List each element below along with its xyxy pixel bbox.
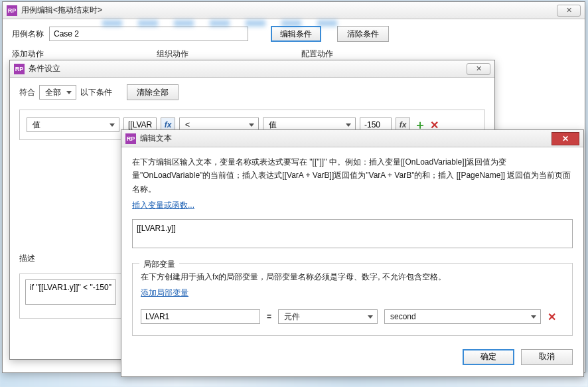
- local-var-scope-dropdown[interactable]: 元件: [278, 309, 378, 324]
- case-name-input[interactable]: [49, 27, 248, 41]
- edit-text-intro: 在下方编辑区输入文本，变量名称或表达式要写在 "[["]]" 中。例如：插入变量…: [132, 155, 573, 196]
- condition-titlebar: RP 条件设立 ✕: [10, 60, 494, 78]
- chevron-down-icon: [110, 123, 115, 127]
- insert-var-link[interactable]: 插入变量或函数...: [132, 198, 194, 212]
- edit-text-window: RP 编辑文本 ✕ 在下方编辑区输入文本，变量名称或表达式要写在 "[["]]"…: [121, 129, 584, 377]
- local-var-row: = 元件 second ✕: [141, 308, 564, 326]
- local-vars-fieldset: 局部变量 在下方创建用于插入fx的局部变量，局部变量名称必须是字母、数字, 不允…: [132, 263, 573, 336]
- section-organize-actions: 组织动作: [157, 48, 188, 60]
- section-configure-actions: 配置动作: [301, 48, 333, 60]
- case-editor-close-button[interactable]: ✕: [557, 5, 581, 17]
- add-local-var-link[interactable]: 添加局部变量: [141, 286, 188, 299]
- edit-condition-button[interactable]: 编辑条件: [271, 26, 321, 42]
- description-text: if "[[LVAR1.y]]" < "-150": [25, 279, 116, 305]
- chevron-down-icon: [368, 315, 373, 319]
- edit-text-close-button[interactable]: ✕: [551, 132, 579, 145]
- condition-close-button[interactable]: ✕: [467, 63, 490, 75]
- app-icon: RP: [125, 133, 136, 144]
- close-icon: ✕: [476, 64, 482, 73]
- clear-all-button[interactable]: 清除全部: [127, 84, 179, 100]
- cancel-button[interactable]: 取消: [521, 349, 573, 365]
- close-icon: ✕: [566, 6, 572, 15]
- chevron-down-icon: [346, 123, 351, 127]
- description-box: if "[[LVAR1.y]]" < "-150": [19, 273, 122, 319]
- edit-text-title: 编辑文本: [140, 133, 172, 144]
- left-type-dropdown[interactable]: 值: [27, 117, 119, 132]
- ok-button[interactable]: 确定: [463, 349, 514, 365]
- section-add-actions: 添加动作: [12, 48, 44, 60]
- case-name-label: 用例名称: [12, 29, 44, 40]
- delete-local-var-button[interactable]: ✕: [548, 308, 556, 326]
- match-label: 符合: [19, 87, 35, 98]
- case-editor-title: 用例编辑<拖动结束时>: [21, 5, 102, 16]
- close-icon: ✕: [562, 134, 569, 143]
- chevron-down-icon: [66, 91, 72, 94]
- app-icon: RP: [7, 5, 17, 16]
- local-vars-intro: 在下方创建用于插入fx的局部变量，局部变量名称必须是字母、数字, 不允许包含空格…: [141, 270, 564, 283]
- condition-title: 条件设立: [29, 63, 60, 74]
- chevron-down-icon: [249, 123, 254, 127]
- chevron-down-icon: [531, 315, 536, 319]
- clear-condition-button[interactable]: 清除条件: [337, 26, 389, 42]
- match-mode-dropdown[interactable]: 全部: [39, 85, 76, 100]
- local-var-target-dropdown[interactable]: second: [384, 309, 541, 324]
- local-vars-legend: 局部变量: [139, 258, 179, 271]
- edit-text-titlebar: RP 编辑文本 ✕: [121, 130, 583, 147]
- case-editor-titlebar: RP 用例编辑<拖动结束时> ✕: [3, 2, 585, 19]
- local-var-name-input[interactable]: [141, 309, 260, 324]
- expression-textarea[interactable]: [132, 219, 573, 248]
- equals-label: =: [267, 310, 271, 323]
- of-conditions-label: 以下条件: [80, 87, 112, 98]
- app-icon: RP: [14, 64, 25, 74]
